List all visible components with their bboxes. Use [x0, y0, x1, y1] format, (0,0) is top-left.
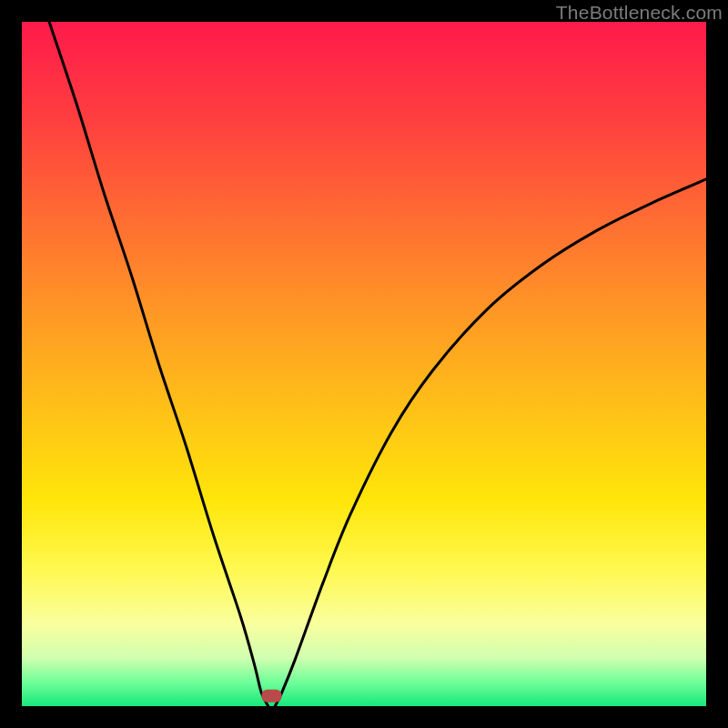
- chart-svg: [22, 22, 706, 706]
- chart-plot-area: [22, 22, 706, 706]
- optimal-marker: [261, 690, 281, 703]
- chart-background: [22, 22, 706, 706]
- watermark-text: TheBottleneck.com: [556, 2, 723, 24]
